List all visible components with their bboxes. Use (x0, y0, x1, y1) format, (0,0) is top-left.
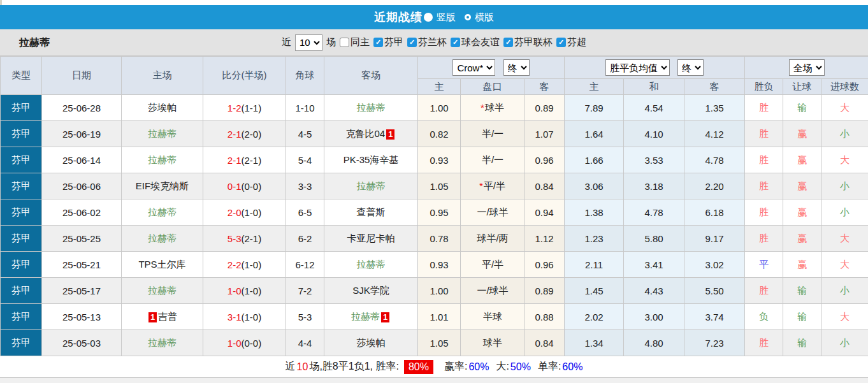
checkbox-label[interactable]: 芬甲 (384, 36, 403, 48)
league-type-cell: 芬甲 (1, 278, 42, 304)
odds-away-cell: 0.84 (524, 330, 565, 356)
odds-away-cell: 0.84 (524, 173, 565, 199)
radio-vertical-label[interactable]: 竖版 (437, 11, 456, 24)
filter-controls: 近 10 场 同主芬甲芬兰杯球会友谊芬甲联杯芬超 (282, 34, 586, 51)
result-wdl-cell: 胜 (745, 147, 783, 173)
odds-home-cell: 1.00 (418, 95, 461, 121)
avg-odds-select[interactable]: 胜平负均值 (605, 59, 670, 76)
odds-home-cell: 0.78 (418, 226, 461, 252)
avg-home-cell: 2.02 (565, 304, 624, 330)
checkbox-checked-icon[interactable] (451, 38, 460, 47)
match-row: 芬甲25-06-28莎埃帕1-2(1-1)1-10拉赫蒂1.00*球半0.897… (1, 95, 868, 121)
top-strip (0, 0, 868, 5)
result-scope-select[interactable]: 全场 (789, 59, 825, 76)
avg-away-cell: 6.18 (684, 199, 745, 226)
handicap-text: 一/球半 (477, 206, 508, 217)
halftime-score: (1-1) (242, 103, 262, 113)
result-handicap-cell: 赢 (783, 252, 821, 278)
handicap-line-cell: 一/球半 (461, 278, 524, 304)
score-cell: 5-3(2-1) (203, 226, 286, 252)
team-name: 卡亚尼卡帕 (347, 233, 395, 243)
col-header-corner: 角球 (286, 57, 324, 95)
halftime-score: (1-0) (242, 285, 262, 296)
away-team-cell: 卡亚尼卡帕 (324, 226, 418, 252)
checkbox-checked-icon[interactable] (503, 38, 513, 47)
team-name: 拉赫蒂 (351, 311, 380, 322)
match-date-cell: 25-06-02 (42, 199, 122, 226)
avg-draw-cell: 4.43 (624, 278, 684, 304)
away-team-cell: SJK学院 (324, 278, 418, 304)
odds-stage-select-1[interactable]: 终 (503, 59, 530, 76)
avg-away-cell: 4.12 (684, 121, 745, 147)
odds-away-cell: 0.89 (524, 95, 565, 121)
games-label: 场 (326, 36, 336, 48)
fulltime-score: 3-1 (228, 312, 242, 322)
match-date-cell: 25-05-03 (42, 330, 122, 356)
checkbox-label[interactable]: 球会友谊 (461, 36, 500, 48)
recent-results-panel: 近期战绩 竖版 横版 拉赫蒂 近 10 场 同主芬甲芬兰杯球会友谊芬甲联杯芬超 (0, 0, 868, 383)
checkbox-checked-icon[interactable] (407, 38, 417, 47)
subheader-goals-result: 进球数 (821, 79, 868, 95)
handicap-star: * (479, 180, 483, 191)
result-wdl-cell: 胜 (745, 278, 783, 304)
col-header-home: 主场 (122, 57, 203, 95)
result-handicap-cell: 赢 (783, 121, 821, 147)
radio-horizontal-label[interactable]: 横版 (475, 11, 494, 24)
corner-count-cell: 6-12 (286, 252, 324, 278)
halftime-score: (2-1) (242, 155, 262, 166)
games-count-select[interactable]: 10 (295, 34, 322, 51)
odds-home-cell: 0.82 (418, 121, 461, 147)
halftime-score: (1-0) (242, 259, 262, 270)
handicap-line-cell: *平/半 (461, 173, 524, 199)
avg-home-cell: 1.64 (565, 121, 624, 147)
checkbox-checked-icon[interactable] (373, 38, 383, 47)
result-handicap-cell: 赢 (783, 226, 821, 252)
odds-home-cell: 0.95 (418, 199, 461, 226)
summary-bar: 近 10 场,胜8平1负1, 胜率: 80% 赢率: 60% 大: 50% 单率… (0, 356, 868, 378)
checkbox-label[interactable]: 芬超 (567, 36, 586, 48)
team-name: 吉普 (158, 311, 177, 322)
checkbox-checked-icon[interactable] (556, 38, 566, 47)
avg-away-cell: 5.50 (684, 278, 745, 304)
handicap-line-cell: 半/一 (461, 147, 524, 173)
score-cell: 0-1(0-0) (203, 173, 286, 199)
corner-count-cell: 7-2 (286, 278, 324, 304)
match-date-cell: 25-05-21 (42, 252, 122, 278)
match-row: 芬甲25-05-03拉赫蒂1-0(0-0)4-4莎埃帕1.05球半0.841.3… (1, 330, 868, 356)
team-name: 莎埃帕 (357, 337, 386, 348)
odds-home-cell: 1.00 (418, 278, 461, 304)
corner-count-cell: 3-3 (286, 173, 324, 199)
odds-home-cell: 1.01 (418, 304, 461, 330)
avg-draw-cell: 4.10 (624, 121, 684, 147)
bookmaker-select[interactable]: Crow* (452, 59, 495, 76)
result-handicap-cell: 输 (783, 330, 821, 356)
score-cell: 1-0(0-0) (203, 330, 286, 356)
match-row: 芬甲25-06-19拉赫蒂2-1(2-0)4-5克鲁比0410.82半/一1.0… (1, 121, 868, 147)
corner-count-cell: 5-3 (286, 304, 324, 330)
avg-draw-cell: 4.78 (624, 199, 684, 226)
summary-prefix: 近 (286, 360, 296, 373)
checkbox-label[interactable]: 芬兰杯 (418, 36, 447, 48)
summary-count: 10 (297, 361, 308, 373)
fulltime-score: 1-2 (228, 103, 242, 113)
panel-title: 近期战绩 (374, 10, 423, 25)
odds-stage-select-2[interactable]: 终 (677, 59, 704, 76)
avg-home-cell: 2.11 (565, 252, 624, 278)
odds-home-cell: 0.93 (418, 147, 461, 173)
checkbox-label[interactable]: 同主 (351, 36, 370, 48)
team-name: PK-35海辛基 (344, 154, 399, 165)
avg-away-cell: 2.20 (684, 173, 745, 199)
avg-home-cell: 1.38 (565, 199, 624, 226)
away-team-cell: 拉赫蒂 (324, 95, 418, 121)
odds-away-cell: 1.07 (524, 121, 565, 147)
radio-horizontal-icon[interactable] (465, 14, 471, 20)
home-team-cell: TPS土尔库 (122, 252, 203, 278)
result-handicap-cell: 赢 (783, 147, 821, 173)
league-type-cell: 芬甲 (1, 304, 42, 330)
handicap-text: 半/一 (482, 128, 503, 139)
checkbox-label[interactable]: 芬甲联杯 (514, 36, 553, 48)
avg-draw-cell: 5.80 (624, 226, 684, 252)
radio-vertical-selected-icon[interactable] (424, 13, 433, 22)
result-wdl-cell: 平 (745, 252, 783, 278)
checkbox-unchecked-icon[interactable] (340, 38, 349, 47)
